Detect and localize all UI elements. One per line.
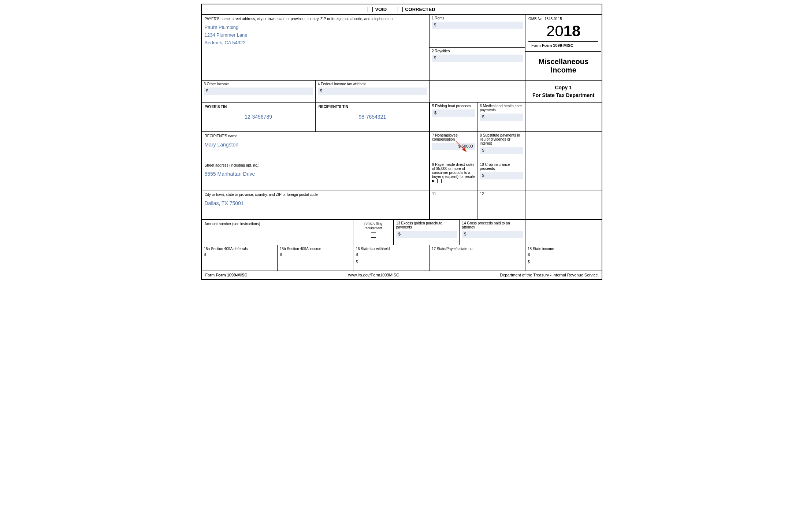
box6: 6 Medical and health care payments $: [477, 103, 525, 131]
year-display: 2018: [528, 21, 598, 41]
account-label: Account number (see instructions): [205, 222, 350, 226]
misc-income-label: Miscellaneous Income: [525, 52, 601, 80]
box15b-label: 15b Section 409A income: [280, 247, 351, 251]
account-block: Account number (see instructions): [202, 220, 354, 245]
box16: 16 State tax withheld $ $: [353, 245, 429, 271]
box2: 2 Royalties $: [430, 48, 525, 80]
box18-label: 18 State income: [528, 247, 599, 251]
payer-block: PAYER'S name, street address, city or to…: [202, 15, 430, 80]
box10-label: 10 Crop insurance proceeds: [480, 163, 523, 171]
box2-value: $: [432, 55, 523, 62]
dollar-15b: $: [280, 252, 282, 257]
row-city-right: [525, 190, 601, 219]
copy1-label: Copy 1: [532, 84, 594, 92]
corrected-checkbox[interactable]: [398, 7, 403, 12]
dollar-15a: $: [204, 252, 206, 257]
recipient-tin-label: RECIPIENT'S TIN: [319, 105, 426, 109]
form-name-bold: Form 1099-MISC: [542, 43, 573, 48]
right-panel: OMB No. 1545-0115 2018 Form Form 1099-MI…: [525, 15, 601, 80]
footer-website: www.irs.gov/Form1099MISC: [348, 273, 399, 277]
box13-value: $: [396, 231, 457, 238]
box12-label: 12: [480, 192, 523, 196]
box13-label: 13 Excess golden parachute payments: [396, 221, 457, 229]
box5-value: $: [432, 109, 475, 117]
row-street-right: [525, 161, 601, 190]
box3: 3 Other income $: [202, 81, 316, 102]
box2-label: 2 Royalties: [432, 49, 523, 53]
dollar-18b: $: [528, 260, 530, 264]
dollar-sign: $: [434, 56, 436, 60]
box15a: 15a Section 409A deferrals $: [202, 245, 278, 271]
boxes-3-4-left: 3 Other income $ 4 Federal income tax wi…: [202, 81, 430, 102]
recipient-name-block: RECIPIENT'S name Mary Langston: [202, 132, 430, 161]
payer-tin-block: PAYER'S TIN 12-3456789: [202, 103, 316, 131]
box4-label: 4 Federal income tax withheld: [318, 82, 427, 86]
city-block: City or town, state or province, country…: [202, 190, 430, 219]
form-name-label: Form Form 1099-MISC: [528, 41, 598, 49]
street-label: Street address (including apt. no.): [205, 163, 426, 167]
row-15-18: 15a Section 409A deferrals $ 15b Section…: [202, 245, 602, 271]
row-city: City or town, state or province, country…: [202, 190, 602, 220]
dollar-sign: $: [434, 23, 436, 27]
footer-form-name: Form Form 1099-MISC: [205, 273, 248, 277]
box8-value: $: [480, 147, 523, 154]
box5: 5 Fishing boat proceeds $: [430, 103, 478, 131]
box10-value: $: [480, 172, 523, 179]
box12: 12: [477, 190, 525, 219]
row-payer: PAYER'S name, street address, city or to…: [202, 15, 602, 81]
box1: 1 Rents $: [430, 15, 525, 48]
box6-value: $: [480, 114, 523, 121]
row-account: Account number (see instructions) FATCA …: [202, 220, 602, 245]
omb-block: OMB No. 1545-0115 2018 Form Form 1099-MI…: [525, 15, 601, 52]
box7-label: 7 Nonemployee compensation: [432, 133, 475, 141]
city-label: City or town, state or province, country…: [205, 193, 426, 197]
box14-value: $: [462, 231, 523, 238]
footer: Form Form 1099-MISC www.irs.gov/Form1099…: [202, 271, 602, 279]
fatca-label: FATCA filing requirement: [356, 222, 390, 230]
recipient-name-label: RECIPIENT'S name: [205, 134, 426, 138]
boxes-5-6: 5 Fishing boat proceeds $ 6 Medical and …: [430, 103, 525, 131]
box11: 11: [430, 190, 478, 219]
payer-name: Paul's Plumbing: [205, 24, 426, 31]
row-boxes-3-4: 3 Other income $ 4 Federal income tax wi…: [202, 81, 602, 103]
boxes-7-8: 7 Nonemployee compensation $ 50000: [430, 132, 525, 161]
city-value: Dallas, TX 75001: [205, 200, 426, 206]
box8-label: 8 Substitute payments in lieu of dividen…: [480, 133, 523, 145]
box78-container: 7 Nonemployee compensation $ 50000: [430, 132, 525, 161]
void-checkbox[interactable]: [368, 7, 373, 12]
dollar-16b: $: [356, 260, 358, 264]
boxes-1-2: 1 Rents $ 2 Royalties $: [430, 15, 525, 80]
recipient-name-value: Mary Langston: [205, 142, 426, 148]
box1-label: 1 Rents: [432, 16, 523, 20]
recipient-tin-block: RECIPIENT'S TIN 98-7654321: [316, 103, 430, 131]
box3-label: 3 Other income: [204, 82, 313, 86]
street-block: Street address (including apt. no.) 5555…: [202, 161, 430, 190]
row-account-right: [525, 220, 601, 245]
row-recipient-name: RECIPIENT'S name Mary Langston 7 Nonempl…: [202, 132, 602, 161]
year-suffix: 18: [564, 22, 581, 40]
box7-value: $ 50000: [432, 143, 475, 150]
dollar-16a: $: [356, 252, 358, 257]
box4-value: $: [318, 88, 427, 95]
corrected-label: CORRECTED: [405, 7, 435, 12]
box11-label: 11: [432, 192, 475, 196]
form-1099-misc: VOID CORRECTED PAYER'S name, street addr…: [201, 4, 602, 280]
box6-label: 6 Medical and health care payments: [480, 104, 523, 112]
spacer-row2: [430, 81, 525, 102]
copy1-continuation: [525, 103, 601, 131]
row-recipient-right: [525, 132, 601, 161]
fatca-checkbox[interactable]: [371, 232, 376, 238]
box13: 13 Excess golden parachute payments $: [394, 220, 460, 245]
box5-label: 5 Fishing boat proceeds: [432, 104, 475, 108]
payer-tin-label: PAYER'S TIN: [205, 105, 312, 109]
copy1-block: Copy 1 For State Tax Department: [525, 81, 601, 102]
payer-field-label: PAYER'S name, street address, city or to…: [205, 17, 426, 21]
box3-value: $: [204, 88, 313, 95]
payer-city: Bedrock, CA 54322: [205, 39, 426, 47]
row-tin: PAYER'S TIN 12-3456789 RECIPIENT'S TIN 9…: [202, 103, 602, 132]
boxes-13-14: 13 Excess golden parachute payments $ 14…: [394, 220, 525, 245]
copy-for-label: For State Tax Department: [532, 92, 594, 99]
payer-address: 1234 Plummer Lane: [205, 31, 426, 39]
box14: 14 Gross proceeds paid to an attorney $: [460, 220, 525, 245]
box9-checkbox[interactable]: [437, 179, 442, 183]
